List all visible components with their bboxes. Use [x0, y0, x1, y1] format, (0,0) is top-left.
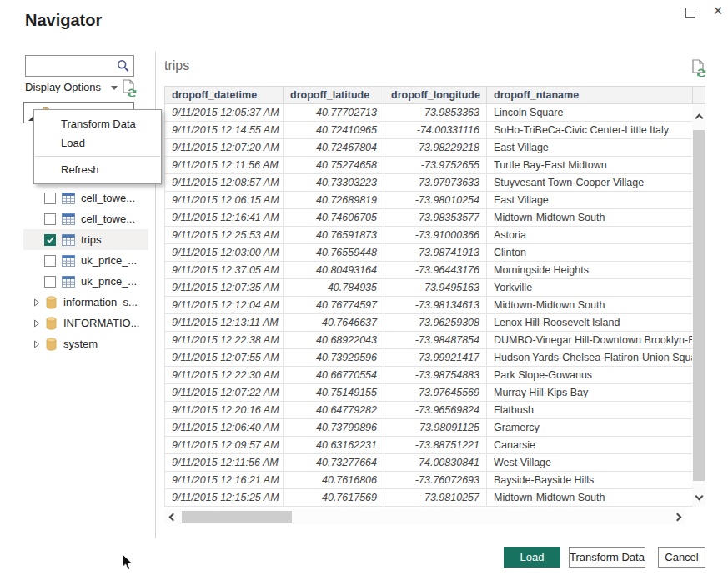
expander-collapsed-icon[interactable] [33, 340, 41, 348]
checkbox-checked[interactable] [44, 234, 56, 246]
search-box [25, 55, 134, 77]
table-row: 9/11/2015 12:06:15 AM40.72689819-73.9801… [165, 192, 693, 209]
checkbox-unchecked[interactable] [44, 255, 56, 267]
cell-dropoff_ntaname: Canarsie [487, 437, 693, 454]
vertical-scrollbar[interactable] [692, 104, 705, 506]
cell-dropoff_datetime: 9/11/2015 12:06:40 AM [165, 419, 284, 437]
tree-item-information-s[interactable]: information_s... [23, 292, 148, 313]
column-header-dropoff_datetime: dropoff_datetime [165, 87, 284, 104]
cell-dropoff_datetime: 9/11/2015 12:22:30 AM [165, 367, 284, 384]
scroll-down-icon[interactable] [692, 488, 705, 504]
cell-dropoff_longitude: -73.88751221 [384, 437, 487, 454]
cell-dropoff_longitude: -73.96259308 [384, 314, 487, 332]
display-options-label: Display Options [25, 81, 101, 93]
tree-item-label: system [63, 338, 98, 350]
menu-item-refresh[interactable]: Refresh [34, 160, 161, 179]
column-header-dropoff_longitude: dropoff_longitude [384, 87, 487, 104]
refresh-table-icon[interactable] [691, 59, 706, 80]
horizontal-scrollbar[interactable] [164, 509, 685, 524]
menu-item-load[interactable]: Load [34, 133, 161, 153]
cell-dropoff_datetime: 9/11/2015 12:16:21 AM [165, 472, 284, 489]
cell-dropoff_longitude: -73.98754883 [384, 367, 487, 384]
cell-dropoff_longitude: -73.98229218 [384, 139, 487, 157]
search-icon[interactable] [117, 59, 129, 76]
tree-item-label: information_s... [63, 296, 138, 308]
tree-item-label: trips [81, 233, 102, 246]
cell-dropoff_longitude: -74.00830841 [384, 454, 487, 472]
cell-dropoff_datetime: 9/11/2015 12:20:16 AM [165, 402, 284, 419]
cell-dropoff_longitude: -73.97645569 [384, 384, 487, 402]
cell-dropoff_datetime: 9/11/2015 12:07:22 AM [165, 384, 284, 402]
cell-dropoff_latitude: 40.72689819 [284, 192, 384, 209]
checkbox-unchecked[interactable] [44, 276, 56, 288]
tree-item-cell-towe[interactable]: cell_towe... [23, 208, 148, 229]
cell-dropoff_latitude: 40.76774597 [284, 297, 384, 314]
cell-dropoff_datetime: 9/11/2015 12:07:35 AM [165, 279, 284, 297]
cell-dropoff_ntaname: Clinton [487, 244, 693, 262]
tree-item-label: uk_price_... [81, 275, 137, 288]
mouse-cursor [122, 553, 133, 574]
table-row: 9/11/2015 12:07:55 AM40.73929596-73.9992… [165, 349, 693, 367]
cell-dropoff_datetime: 9/11/2015 12:16:41 AM [165, 209, 284, 227]
checkbox-unchecked[interactable] [44, 213, 56, 225]
expander-collapsed-icon[interactable] [33, 298, 41, 307]
vertical-scroll-thumb[interactable] [693, 130, 705, 481]
tree-item-label: cell_towe... [81, 192, 135, 204]
cell-dropoff_ntaname: Midtown-Midtown South [487, 297, 693, 314]
load-button[interactable]: Load [504, 547, 560, 568]
cell-dropoff_ntaname: Flatbush [487, 402, 693, 419]
navigator-dialog: Navigator ✕ Display Options [0, 0, 728, 576]
preview-title: trips [164, 58, 189, 73]
cell-dropoff_ntaname: Park Slope-Gowanus [487, 367, 693, 384]
maximize-icon[interactable] [685, 8, 695, 18]
cell-dropoff_ntaname: East Village [487, 139, 693, 157]
scroll-right-icon[interactable] [669, 509, 685, 524]
checkbox-unchecked[interactable] [44, 193, 56, 204]
cell-dropoff_latitude: 40.76559448 [284, 244, 384, 262]
cell-dropoff_ntaname: Midtown-Midtown South [487, 489, 693, 507]
cell-dropoff_latitude: 40.73929596 [284, 349, 384, 367]
header-corner-pad [692, 86, 705, 104]
menu-item-transform-data[interactable]: Transform Data [34, 114, 161, 133]
close-icon[interactable]: ✕ [710, 3, 725, 18]
cell-dropoff_longitude: -73.98487854 [384, 332, 487, 349]
search-input[interactable] [29, 57, 113, 75]
cancel-button[interactable]: Cancel [658, 547, 705, 568]
display-options-dropdown[interactable]: Display Options [25, 81, 118, 93]
cell-dropoff_ntaname: Yorkville [487, 279, 693, 297]
cell-dropoff_longitude: -73.96443176 [384, 262, 487, 279]
scroll-up-icon[interactable] [692, 109, 705, 126]
tree-item-trips[interactable]: trips [23, 229, 148, 250]
column-header-dropoff_ntaname: dropoff_ntaname [487, 87, 693, 104]
table-row: 9/11/2015 12:16:41 AM40.74606705-73.9835… [165, 209, 693, 227]
tree-item-uk-price[interactable]: uk_price_... [23, 250, 148, 271]
table-icon [62, 234, 75, 246]
tree-item-informatio[interactable]: INFORMATIO... [23, 313, 148, 333]
cell-dropoff_latitude: 40.75274658 [284, 157, 384, 174]
cell-dropoff_ntaname: Morningside Heights [487, 262, 693, 279]
table-row: 9/11/2015 12:20:16 AM40.64779282-73.9656… [165, 402, 693, 419]
table-row: 9/11/2015 12:11:56 AM40.75274658-73.9752… [165, 157, 693, 174]
horizontal-scroll-thumb[interactable] [182, 511, 292, 523]
table-row: 9/11/2015 12:05:37 AM40.77702713-73.9853… [165, 104, 693, 122]
table-row: 9/11/2015 12:08:57 AM40.73303223-73.9797… [165, 174, 693, 192]
cell-dropoff_datetime: 9/11/2015 12:07:20 AM [165, 139, 284, 157]
table-row: 9/11/2015 12:16:21 AM40.7616806-73.76072… [165, 472, 693, 489]
cell-dropoff_ntaname: Bayside-Bayside Hills [487, 472, 693, 489]
tree-item-system[interactable]: system [23, 333, 148, 354]
database-icon [46, 317, 57, 330]
tree-item-cell-towe[interactable]: cell_towe... [23, 188, 148, 208]
scroll-left-icon[interactable] [164, 509, 181, 524]
transform-data-button[interactable]: Transform Data [569, 547, 645, 568]
cell-dropoff_ntaname: East Village [487, 192, 693, 209]
cell-dropoff_latitude: 40.76591873 [284, 227, 384, 244]
refresh-preview-icon[interactable] [122, 79, 137, 100]
table-row: 9/11/2015 12:07:20 AM40.72467804-73.9822… [165, 139, 693, 157]
cell-dropoff_datetime: 9/11/2015 12:06:15 AM [165, 192, 284, 209]
cell-dropoff_datetime: 9/11/2015 12:09:57 AM [165, 437, 284, 454]
tree-item-uk-price[interactable]: uk_price_... [23, 271, 148, 292]
cell-dropoff_datetime: 9/11/2015 12:05:37 AM [165, 104, 284, 122]
expander-collapsed-icon[interactable] [33, 319, 41, 328]
table-icon [62, 213, 75, 225]
cell-dropoff_ntaname: Astoria [487, 227, 693, 244]
